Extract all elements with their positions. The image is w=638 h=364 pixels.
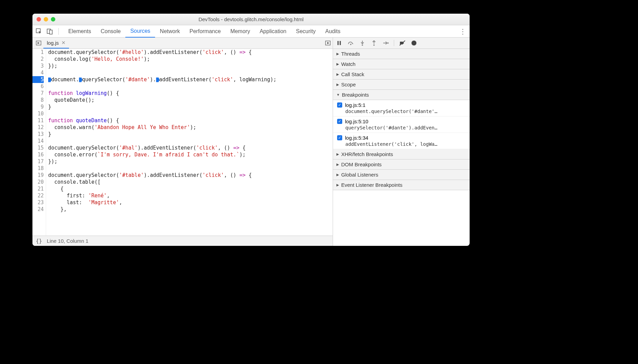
code-line[interactable]: }, — [48, 206, 333, 213]
panel-tabs: ElementsConsoleSourcesNetworkPerformance… — [64, 25, 455, 38]
section-breakpoints[interactable]: ▼ Breakpoints — [333, 90, 470, 100]
code-line[interactable]: document.querySelector('#table').addEven… — [48, 172, 333, 179]
section-watch[interactable]: ▶Watch — [333, 59, 470, 69]
gutter-line[interactable]: 17 — [32, 158, 44, 165]
tab-security[interactable]: Security — [291, 25, 320, 38]
gutter-line[interactable]: 20 — [32, 179, 44, 185]
code-line[interactable]: } — [48, 131, 333, 138]
show-navigator-icon[interactable] — [34, 38, 43, 48]
pretty-print-icon[interactable]: {} — [36, 238, 42, 244]
code-line[interactable]: }); — [48, 62, 333, 69]
gutter-line[interactable]: 12 — [32, 124, 44, 131]
svg-point-7 — [350, 44, 351, 45]
code-line[interactable] — [48, 138, 333, 144]
step-into-icon[interactable] — [359, 40, 366, 46]
gutter-line[interactable]: 15 — [32, 144, 44, 151]
code-line[interactable]: console.log('Hello, Console!'); — [48, 56, 333, 62]
gutter-line[interactable]: 2 — [32, 56, 44, 62]
gutter-line[interactable]: 7 — [32, 90, 44, 97]
gutter-line[interactable]: 21 — [32, 185, 44, 192]
deactivate-breakpoints-icon[interactable] — [399, 40, 406, 46]
breakpoint-location: log.js:5:34 — [345, 135, 368, 141]
breakpoint-checkbox[interactable]: ✓ — [337, 102, 342, 108]
tab-console[interactable]: Console — [96, 25, 126, 38]
pause-on-exceptions-icon[interactable] — [411, 40, 417, 46]
gutter-line[interactable]: 16 — [32, 151, 44, 158]
code-editor[interactable]: 123456789101112131415161718192021222324 … — [32, 49, 333, 236]
code-line[interactable]: last: 'Magritte', — [48, 199, 333, 206]
code-line[interactable]: first: 'René', — [48, 192, 333, 199]
breakpoint-item[interactable]: ✓log.js:5:10querySelector('#dante').addE… — [333, 116, 470, 133]
gutter-line[interactable]: 11 — [32, 117, 44, 124]
code-line[interactable] — [48, 83, 333, 90]
code-line[interactable]: function logWarning() { — [48, 90, 333, 97]
section-scope[interactable]: ▶Scope — [333, 80, 470, 90]
svg-point-10 — [387, 42, 389, 44]
code-line[interactable] — [48, 165, 333, 172]
panel-body: log.js ✕ 1234567891011121314151617181920… — [32, 38, 470, 246]
tab-application[interactable]: Application — [255, 25, 291, 38]
section-xhr-fetch-breakpoints[interactable]: ▶XHR/fetch Breakpoints — [333, 149, 470, 159]
code-line[interactable]: }); — [48, 158, 333, 165]
code-line[interactable] — [48, 110, 333, 117]
step-out-icon[interactable] — [371, 40, 377, 46]
breakpoint-location: log.js:5:10 — [345, 118, 368, 124]
breakpoint-checkbox[interactable]: ✓ — [337, 119, 342, 124]
section-threads[interactable]: ▶Threads — [333, 49, 470, 59]
expand-icon: ▶ — [336, 72, 339, 76]
gutter-line[interactable]: 19 — [32, 172, 44, 179]
breakpoint-checkbox[interactable]: ✓ — [337, 135, 342, 140]
code-line[interactable]: quoteDante(); — [48, 97, 333, 103]
section-dom-breakpoints[interactable]: ▶DOM Breakpoints — [333, 159, 470, 170]
section-event-listener-breakpoints[interactable]: ▶Event Listener Breakpoints — [333, 180, 470, 190]
gutter-line[interactable]: 23 — [32, 199, 44, 206]
gutter-line[interactable]: 14 — [32, 138, 44, 144]
code-line[interactable]: document.querySelector('#hello').addEven… — [48, 49, 333, 56]
gutter-line[interactable]: 18 — [32, 165, 44, 172]
section-call-stack[interactable]: ▶Call Stack — [333, 69, 470, 80]
step-icon[interactable] — [382, 40, 389, 46]
pause-icon[interactable] — [336, 40, 343, 46]
code-line[interactable]: document.querySelector('#dante').addEven… — [48, 76, 333, 83]
tab-performance[interactable]: Performance — [185, 25, 226, 38]
breakpoint-item[interactable]: ✓log.js:5:34addEventListener('click', lo… — [333, 133, 470, 149]
gutter-line[interactable]: 4 — [32, 69, 44, 76]
tab-elements[interactable]: Elements — [64, 25, 96, 38]
close-tab-icon[interactable]: ✕ — [61, 40, 66, 45]
device-toolbar-icon[interactable] — [46, 28, 54, 35]
file-tab[interactable]: log.js ✕ — [43, 38, 69, 48]
cursor-position: Line 10, Column 1 — [47, 238, 88, 244]
gutter-line[interactable]: 3 — [32, 62, 44, 69]
code-line[interactable]: } — [48, 103, 333, 110]
tab-sources[interactable]: Sources — [125, 25, 155, 38]
gutter-line[interactable]: 1 — [32, 49, 44, 56]
breakpoint-item[interactable]: ✓log.js:5:1document.querySelector('#dant… — [333, 100, 470, 116]
step-over-icon[interactable] — [347, 40, 354, 46]
gutter-line[interactable]: 5 — [32, 76, 44, 83]
inspect-element-icon[interactable] — [35, 28, 43, 35]
gutter-line[interactable]: 9 — [32, 103, 44, 110]
gutter-line[interactable]: 6 — [32, 83, 44, 90]
gutter-line[interactable]: 13 — [32, 131, 44, 138]
tab-audits[interactable]: Audits — [320, 25, 345, 38]
debugger-toolbar — [333, 38, 470, 49]
expand-icon: ▶ — [336, 173, 339, 177]
tab-memory[interactable]: Memory — [225, 25, 255, 38]
titlebar: DevTools - devtools.glitch.me/console/lo… — [32, 14, 470, 25]
gutter-line[interactable]: 24 — [32, 206, 44, 213]
code-line[interactable]: { — [48, 185, 333, 192]
section-global-listeners[interactable]: ▶Global Listeners — [333, 170, 470, 180]
code-line[interactable]: document.querySelector('#hal').addEventL… — [48, 144, 333, 151]
code-line[interactable]: console.table([ — [48, 179, 333, 185]
breakpoint-snippet: addEventListener('click', logWa… — [337, 141, 466, 147]
gutter-line[interactable]: 22 — [32, 192, 44, 199]
code-line[interactable] — [48, 69, 333, 76]
show-debugger-icon[interactable] — [323, 38, 333, 48]
code-line[interactable]: console.warn('Abandon Hope All Ye Who En… — [48, 124, 333, 131]
code-line[interactable]: console.error(`I'm sorry, Dave. I'm afra… — [48, 151, 333, 158]
gutter-line[interactable]: 10 — [32, 110, 44, 117]
gutter-line[interactable]: 8 — [32, 97, 44, 103]
more-options-icon[interactable]: ⋮ — [459, 27, 467, 36]
code-line[interactable]: function quoteDante() { — [48, 117, 333, 124]
tab-network[interactable]: Network — [155, 25, 185, 38]
